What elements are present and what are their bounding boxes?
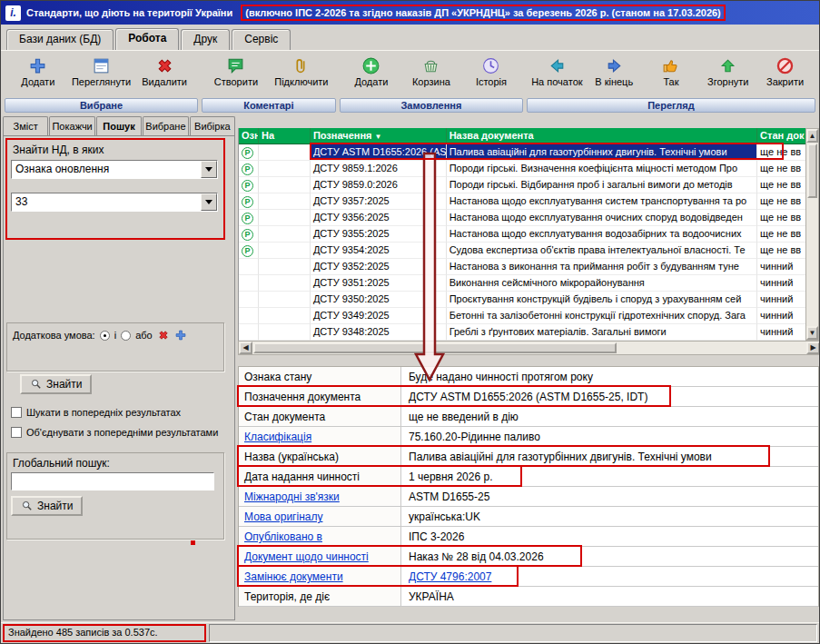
tab-work[interactable]: Робота <box>115 28 179 50</box>
comment-icon <box>226 56 245 75</box>
workspace: Зміст Покажчи Пошук Вибране Вибірка Знай… <box>1 114 819 622</box>
column-header-designation[interactable]: Позначення▼ <box>311 128 447 144</box>
column-header-state[interactable]: Стан док <box>757 128 807 144</box>
view-favorite-button[interactable]: Переглянути <box>72 54 130 90</box>
table-row[interactable]: ДСТУ 9349:2025 Бетонні та залізобетонні … <box>239 308 807 324</box>
yes-button[interactable]: Так <box>643 54 700 90</box>
column-header-mark[interactable]: Озн <box>239 128 259 144</box>
go-first-button[interactable]: На початок <box>529 54 586 90</box>
row-icon-cell: Р <box>239 226 259 243</box>
button-label: Так <box>663 76 678 87</box>
scroll-thumb[interactable] <box>253 342 617 353</box>
table-row[interactable]: ДСТУ 9352:2025 Настанова з виконання та … <box>239 259 807 275</box>
global-find-button[interactable]: Знайти <box>11 496 83 516</box>
tab-databases[interactable]: Бази даних (БД) <box>6 29 114 50</box>
add-order-button[interactable]: Додати <box>342 54 400 90</box>
button-label: Видалити <box>142 76 187 87</box>
tab-print[interactable]: Друк <box>181 29 230 50</box>
sidebar-tab-selection[interactable]: Вибірка <box>190 116 235 135</box>
row-flag-cell <box>259 193 311 210</box>
row-icon-cell <box>239 324 259 341</box>
row-icon-cell: Р <box>239 161 259 177</box>
table-row[interactable]: Р ДСТУ 9355:2025 Настанова щодо експлуат… <box>239 226 807 243</box>
close-button[interactable]: Закрити <box>756 54 814 90</box>
row-icon-cell: Р <box>239 193 259 210</box>
search-in-previous-option[interactable]: Шукати в попередніх результатах <box>11 407 181 418</box>
checkbox-icon[interactable] <box>11 407 22 418</box>
delete-favorite-button[interactable]: Видалити <box>135 54 193 90</box>
detail-value: Палива авіаційні для газотурбінних двигу… <box>401 447 818 466</box>
scroll-right-button[interactable]: ▶ <box>806 342 820 354</box>
remove-condition-icon[interactable] <box>157 329 170 342</box>
table-row[interactable]: Р ДСТУ 9859.1:2026 Породи гірські. Визна… <box>239 161 807 177</box>
scroll-thumb[interactable] <box>807 144 817 198</box>
sidebar-tab-favorites[interactable]: Вибране <box>143 116 188 135</box>
dropdown-button[interactable] <box>201 161 217 178</box>
history-button[interactable]: Історія <box>462 54 520 90</box>
scroll-left-button[interactable]: ◀ <box>239 342 252 354</box>
doc-name: Проєктування конструкцій будівель і спор… <box>447 292 757 308</box>
criteria-value-combobox[interactable]: 33 <box>11 193 218 212</box>
dropdown-button[interactable] <box>201 193 217 211</box>
radio-or[interactable] <box>121 331 131 341</box>
doc-code: ДСТУ 9350:2025 <box>311 292 447 308</box>
classification-link[interactable]: Класифікація <box>239 427 401 446</box>
scroll-down-button[interactable]: ▼ <box>806 326 818 340</box>
collapse-button[interactable]: Згорнути <box>699 54 756 90</box>
vertical-scrollbar[interactable]: ▲ ▼ <box>805 128 819 341</box>
detail-row: Класифікація 75.160.20-Рідинне паливо <box>239 427 818 447</box>
table-row[interactable]: ДСТУ 9351:2025 Виконання сейсмічного мік… <box>239 275 807 292</box>
row-flag-cell <box>259 177 311 193</box>
go-last-button[interactable]: В кінець <box>586 54 643 90</box>
no-entry-icon <box>776 56 795 75</box>
update-criteria-combobox[interactable]: Ознака оновлення <box>11 160 218 179</box>
checkbox-icon[interactable] <box>11 427 22 438</box>
table-row[interactable]: ДСТУ 9350:2025 Проєктування конструкцій … <box>239 292 807 308</box>
button-label: Додати <box>354 76 388 87</box>
sidebar-tab-contents[interactable]: Зміст <box>3 116 48 135</box>
column-header-name[interactable]: Назва документа <box>447 128 757 144</box>
find-button[interactable]: Знайти <box>20 374 92 394</box>
history-clock-icon <box>481 56 500 75</box>
doc-state: ще не вв <box>757 226 807 243</box>
replaces-documents-link[interactable]: Замінює документи <box>239 567 401 586</box>
toolbar-group-orders: Додати Корзина Історія Замовлення <box>340 53 523 113</box>
sidebar-tab-search[interactable]: Пошук <box>96 116 142 135</box>
row-flag-cell <box>259 226 311 243</box>
sidebar-tab-index[interactable]: Покажчи <box>49 116 94 135</box>
scroll-up-button[interactable]: ▲ <box>806 129 818 143</box>
radio-or-label: або <box>135 330 153 341</box>
union-with-previous-option[interactable]: Об'єднувати з попередніми результатами <box>11 427 218 438</box>
radio-and[interactable] <box>100 331 110 341</box>
table-row[interactable]: ДСТУ 9348:2025 Греблі з ґрунтових матері… <box>239 324 807 341</box>
table-row[interactable]: Р ДСТУ 9356:2025 Настанова щодо експлуат… <box>239 210 807 226</box>
create-comment-button[interactable]: Створити <box>207 54 265 90</box>
basket-button[interactable]: Корзина <box>402 54 460 90</box>
detail-row: Опубліковано в ІПС 3-2026 <box>239 527 818 547</box>
original-language-link[interactable]: Мова оригіналу <box>239 507 401 526</box>
validity-document-link[interactable]: Документ щодо чинності <box>239 547 401 566</box>
toolbar-group-label: Перегляд <box>527 98 815 113</box>
row-icon-cell <box>239 275 259 292</box>
column-header-label: Позначення <box>313 130 372 141</box>
doc-code: ДСТУ 9348:2025 <box>311 324 447 341</box>
documents-table: Озн На Позначення▼ Назва документа Стан … <box>238 128 807 341</box>
detail-row: Замінює документи ДСТУ 4796:2007 <box>239 567 818 587</box>
tab-service[interactable]: Сервіс <box>232 29 291 50</box>
global-search-input[interactable] <box>11 472 214 490</box>
international-relations-link[interactable]: Міжнародні зв'язки <box>239 487 401 506</box>
table-row[interactable]: Р ДСТУ 9354:2025 Судова експертиза об'єк… <box>239 243 807 259</box>
table-row-selected[interactable]: Р ДСТУ ASTM D1655:2026 (ASTM D1655-25, I… <box>239 144 807 161</box>
add-condition-icon[interactable] <box>174 329 187 342</box>
table-row[interactable]: Р ДСТУ 9357:2025 Настанова щодо експлуат… <box>239 193 807 210</box>
add-favorite-button[interactable]: Додати <box>9 54 67 90</box>
chevron-down-icon <box>205 167 212 172</box>
horizontal-scrollbar[interactable]: ◀ ▶ <box>238 341 820 355</box>
table-row[interactable]: Р ДСТУ 9859.0:2026 Породи гірські. Відби… <box>239 177 807 193</box>
published-in-link[interactable]: Опубліковано в <box>239 527 401 546</box>
column-header-availability[interactable]: На <box>259 128 311 144</box>
checkbox-label: Шукати в попередніх результатах <box>26 407 181 418</box>
toolbar-group-favorites: Додати Переглянути Видалити Вибране <box>5 53 198 113</box>
attach-comment-button[interactable]: Підключити <box>272 54 331 90</box>
replaced-document-link[interactable]: ДСТУ 4796:2007 <box>401 567 818 586</box>
